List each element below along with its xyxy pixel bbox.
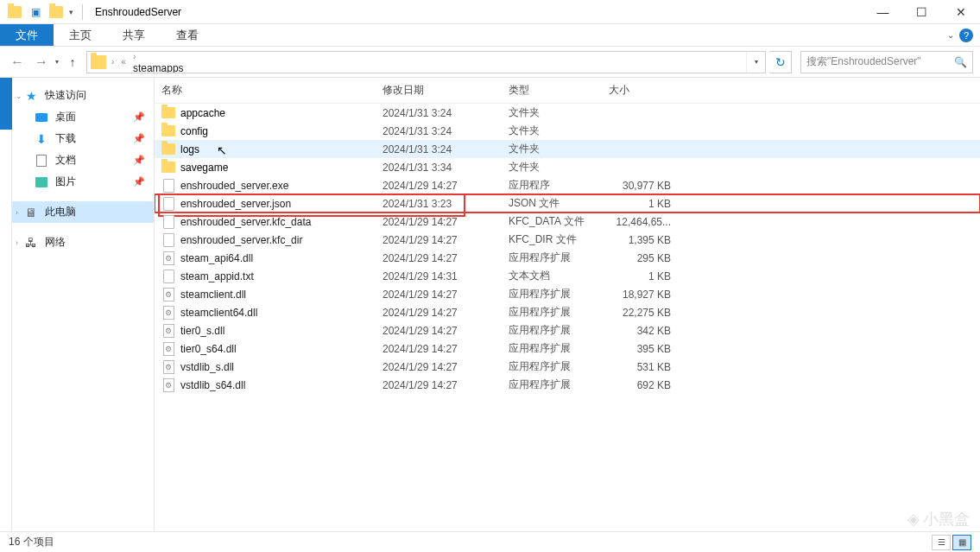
address-bar[interactable]: › « Program Files›EnshroudedServer›steam… [86,51,766,73]
nav-quick-access[interactable]: ⌄ ★ 快速访问 [12,85,154,106]
chevron-right-icon[interactable]: › [108,57,117,67]
file-date: 2024/1/29 14:31 [383,270,509,282]
qat-new-folder-icon[interactable] [48,4,64,20]
file-row[interactable]: enshrouded_server.json2024/1/31 3:23JSON… [155,194,980,213]
file-row[interactable]: steamclient.dll2024/1/29 14:27应用程序扩展18,9… [155,285,980,303]
pin-icon: 📌 [133,155,145,166]
chevron-right-icon[interactable]: › [16,208,18,217]
file-type: 文件夹 [509,105,609,120]
dll-icon [161,342,175,356]
file-row[interactable]: tier0_s.dll2024/1/29 14:27应用程序扩展342 KB [155,321,980,339]
file-row[interactable]: vstdlib_s.dll2024/1/29 14:27应用程序扩展531 KB [155,358,980,376]
folder-icon [161,124,175,138]
file-row[interactable]: tier0_s64.dll2024/1/29 14:27应用程序扩展395 KB [155,339,980,358]
close-button[interactable]: ✕ [941,0,980,24]
pc-icon: 🖥 [24,206,38,219]
navbar: ← → ▾ ↑ › « Program Files›EnshroudedServ… [0,47,980,78]
file-name: config [180,125,208,137]
file-date: 2024/1/29 14:27 [383,234,509,246]
breadcrumb[interactable]: steamapps [130,62,223,73]
nav-history-dropdown-icon[interactable]: ▾ [55,58,59,66]
file-type: 应用程序扩展 [509,305,609,320]
nav-pictures[interactable]: 图片 📌 [12,171,154,193]
file-icon [161,215,175,229]
network-icon: 🖧 [24,236,38,250]
chevron-down-icon[interactable]: ⌄ [16,92,22,100]
file-type: KFC_DIR 文件 [509,232,609,247]
dll-icon [161,324,175,338]
file-row[interactable]: steamclient64.dll2024/1/29 14:27应用程序扩展22… [155,303,980,321]
qat-properties-icon[interactable]: ▣ [28,4,43,20]
app-icon [7,4,22,20]
file-row[interactable]: logs2024/1/31 3:24文件夹 [155,140,980,158]
column-type[interactable]: 类型 [509,83,609,98]
search-input[interactable]: 搜索"EnshroudedServer" 🔍 [800,51,973,73]
nav-downloads[interactable]: ⬇ 下载 📌 [12,128,154,149]
column-date[interactable]: 修改日期 [383,83,509,98]
file-date: 2024/1/29 14:27 [383,180,509,192]
file-name: steamclient.dll [180,289,246,301]
file-date: 2024/1/29 14:27 [383,361,509,373]
chevron-right-icon[interactable]: « [117,57,130,67]
nav-forward-button[interactable]: → [31,52,52,73]
ribbon-expand-icon[interactable]: ⌄ [947,30,954,40]
file-row[interactable]: vstdlib_s64.dll2024/1/29 14:27应用程序扩展692 … [155,376,980,394]
ribbon-tab-view[interactable]: 查看 [161,24,214,46]
file-row[interactable]: config2024/1/31 3:24文件夹 [155,122,980,140]
folder-icon [161,161,175,174]
file-type: 应用程序扩展 [509,341,609,356]
file-row[interactable]: savegame2024/1/31 3:34文件夹 [155,158,980,176]
view-details-button[interactable]: ☰ [932,535,951,550]
file-type: 应用程序扩展 [509,378,609,392]
nav-desktop[interactable]: 桌面 📌 [12,106,154,128]
ribbon-tab-home[interactable]: 主页 [54,24,107,46]
help-icon[interactable]: ? [959,29,973,42]
nav-network[interactable]: › 🖧 网络 [12,232,154,253]
folder-icon [161,106,175,120]
pictures-icon [35,175,48,189]
file-name: vstdlib_s64.dll [180,379,245,391]
file-row[interactable]: enshrouded_server.kfc_dir2024/1/29 14:27… [155,231,980,249]
maximize-button[interactable]: ☐ [902,0,941,24]
view-large-icons-button[interactable]: ▦ [952,535,971,550]
file-date: 2024/1/31 3:24 [383,125,509,137]
file-size: 1 KB [609,198,678,210]
status-text: 16 个项目 [9,535,54,549]
statusbar: 16 个项目 ☰ ▦ [0,531,980,552]
nav-up-button[interactable]: ↑ [62,52,83,73]
file-row[interactable]: enshrouded_server.kfc_data2024/1/29 14:2… [155,213,980,231]
file-name: enshrouded_server.json [180,198,291,210]
file-row[interactable]: appcache2024/1/31 3:24文件夹 [155,104,980,122]
chevron-right-icon[interactable]: › [130,52,139,61]
minimize-button[interactable]: — [863,0,902,24]
ribbon-file-tab[interactable]: 文件 [0,24,54,46]
file-date: 2024/1/29 14:27 [383,325,509,337]
file-size: 692 KB [609,379,678,391]
pin-icon: 📌 [133,176,145,187]
file-row[interactable]: steam_api64.dll2024/1/29 14:27应用程序扩展295 … [155,249,980,267]
file-name: vstdlib_s.dll [180,361,234,373]
file-date: 2024/1/29 14:27 [383,216,509,228]
nav-documents[interactable]: 文档 📌 [12,149,154,171]
refresh-button[interactable]: ↻ [769,51,792,73]
nav-back-button[interactable]: ← [7,52,28,73]
file-name: tier0_s.dll [180,325,224,337]
chevron-right-icon[interactable]: › [16,238,18,247]
nav-this-pc[interactable]: › 🖥 此电脑 [12,201,154,223]
file-type: 文件夹 [509,160,609,174]
download-icon: ⬇ [35,132,48,146]
file-row[interactable]: enshrouded_server.exe2024/1/29 14:27应用程序… [155,176,980,194]
titlebar: ▣ ▾ EnshroudedServer — ☐ ✕ [0,0,980,24]
file-size: 12,464,65... [609,216,678,228]
file-icon [161,270,175,283]
file-row[interactable]: steam_appid.txt2024/1/29 14:31文本文档1 KB [155,267,980,285]
column-name[interactable]: 名称 [161,83,383,98]
file-icon [161,179,175,193]
column-size[interactable]: 大小 [609,83,678,98]
qat-dropdown-icon[interactable]: ▾ [69,8,73,16]
star-icon: ★ [24,89,38,103]
ribbon-tab-share[interactable]: 共享 [107,24,161,46]
file-size: 1,395 KB [609,234,678,246]
address-dropdown-icon[interactable]: ▾ [746,52,765,73]
file-name: steam_api64.dll [180,252,253,264]
